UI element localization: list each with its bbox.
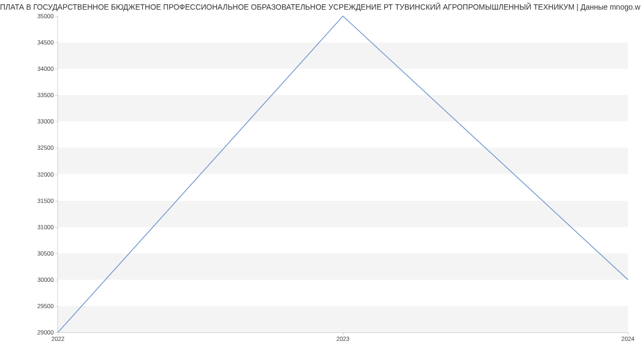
x-axis-tick-label: 2024 [621,336,634,342]
y-axis-tick-mark [55,95,58,96]
y-axis-tick-label: 29000 [37,329,54,336]
line-series [58,16,628,332]
y-axis-tick-label: 33500 [37,92,54,98]
y-axis-tick-label: 31000 [37,224,54,230]
y-axis-tick-label: 30500 [37,250,54,257]
y-axis-tick-label: 33000 [37,118,54,125]
y-axis-tick-label: 31500 [37,198,54,204]
line-chart-svg [58,16,628,332]
x-axis-tick-mark [628,332,628,335]
y-axis-tick-mark [55,42,58,43]
chart-container: ПЛАТА В ГОСУДАРСТВЕННОЕ БЮДЖЕТНОЕ ПРОФЕС… [0,0,644,349]
y-axis-tick-mark [55,174,58,175]
y-axis-tick-mark [55,16,58,17]
chart-title: ПЛАТА В ГОСУДАРСТВЕННОЕ БЮДЖЕТНОЕ ПРОФЕС… [0,3,644,11]
y-axis-tick-mark [55,253,58,254]
y-axis-tick-mark [55,306,58,307]
y-axis-tick-label: 32000 [37,171,54,178]
plot-area: 2900029500300003050031000315003200032500… [57,16,628,333]
x-axis-tick-mark [343,332,343,335]
y-axis-tick-mark [55,280,58,280]
y-axis-tick-mark [55,121,58,122]
x-axis-tick-label: 2023 [336,336,349,342]
x-axis-tick-label: 2022 [52,336,64,342]
y-axis-tick-label: 30000 [37,277,54,283]
y-axis-tick-mark [55,201,58,201]
y-axis-tick-label: 35000 [37,13,54,19]
y-axis-tick-mark [55,227,58,228]
y-axis-tick-mark [55,148,58,148]
y-axis-tick-mark [55,69,58,69]
y-axis-tick-label: 34000 [37,66,54,72]
y-axis-tick-label: 32500 [37,144,54,151]
y-axis-tick-label: 29500 [37,303,54,309]
x-axis-tick-mark [58,332,58,335]
y-axis-tick-label: 34500 [37,39,54,46]
